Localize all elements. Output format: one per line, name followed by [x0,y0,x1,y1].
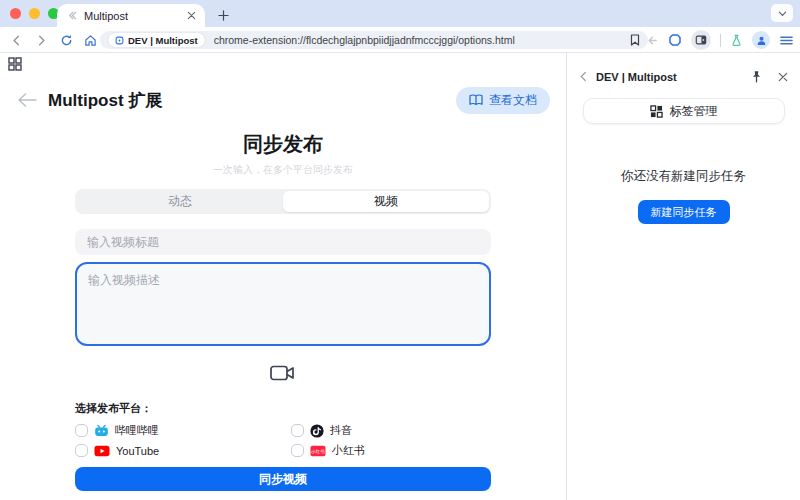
browser-side-panel: DEV | Multipost 标签管理 你还没有新建同步任务 新建同步任务 [566,53,800,500]
tab-dynamic[interactable]: 动态 [77,191,283,212]
new-tab-button[interactable] [213,5,233,25]
video-upload-area[interactable] [75,356,491,390]
youtube-icon [94,445,110,457]
reload-button[interactable] [56,27,76,53]
bilibili-icon [94,424,109,438]
floating-grid-icon[interactable] [8,57,22,75]
empty-tasks-text: 你还没有新建同步任务 [621,168,746,185]
browser-tab[interactable]: Multipost [57,4,205,27]
svg-text:小红书: 小红书 [311,448,325,453]
tab-close-icon[interactable] [187,11,196,20]
browser-window: Multipost D [0,0,800,500]
site-info-chip[interactable]: DEV | Multipost [108,33,205,47]
platform-name: YouTube [116,445,159,457]
platform-name: 抖音 [330,423,352,438]
menu-icon[interactable] [779,34,794,47]
platform-item-youtube: YouTube [75,443,291,458]
platforms-label: 选择发布平台： [75,401,491,416]
bookmark-icon[interactable] [630,34,640,46]
extension-badge-icon [115,36,124,45]
new-sync-task-button[interactable]: 新建同步任务 [638,200,730,224]
window-controls [10,8,59,19]
content-type-tabs: 动态 视频 [75,189,491,214]
video-title-input[interactable] [75,229,491,255]
douyin-icon [310,424,324,438]
side-panel-toggle-icon[interactable] [691,30,711,50]
pin-icon[interactable] [751,70,762,83]
profile-avatar[interactable] [752,31,770,49]
side-panel-back-icon[interactable] [646,34,659,47]
grid-icon [650,105,663,118]
page-back-button[interactable] [16,91,38,109]
toolbar-divider [720,34,721,47]
side-panel-close-icon[interactable] [778,72,788,82]
xiaohongshu-checkbox[interactable] [291,444,304,457]
page-title: Multipost 扩展 [48,89,162,112]
url-text[interactable]: chrome-extension://flcdechglajpnbpiidjja… [214,34,515,46]
platform-item-bilibili: 哔哩哔哩 [75,423,291,438]
sync-video-button[interactable]: 同步视频 [75,467,491,491]
tab-favicon-icon [66,10,77,21]
side-panel-title: DEV | Multipost [596,71,677,83]
window-close-button[interactable] [10,8,21,19]
tab-video[interactable]: 视频 [283,191,489,212]
section-title: 同步发布 [75,131,491,158]
platform-name: 哔哩哔哩 [115,423,159,438]
back-button[interactable] [6,27,26,53]
experiments-flask-icon[interactable] [730,34,743,47]
tag-manage-button[interactable]: 标签管理 [583,98,785,124]
side-panel-collapse-icon[interactable] [579,71,588,82]
section-subtitle: 一次输入，在多个平台同步发布 [75,163,491,177]
youtube-checkbox[interactable] [75,444,88,457]
douyin-checkbox[interactable] [291,424,304,437]
extension-options-page: Multipost 扩展 查看文档 同步发布 一次输入，在多个平台同步发布 动态… [0,53,566,500]
tab-search-chevron-button[interactable] [771,4,793,22]
window-minimize-button[interactable] [29,8,40,19]
tab-strip: Multipost [0,0,800,27]
extension-pin-icon[interactable] [668,33,682,47]
tag-manage-label: 标签管理 [670,103,718,120]
platform-name: 小红书 [332,443,365,458]
tab-title: Multipost [84,10,128,22]
platform-item-xiaohongshu: 小红书 小红书 [291,443,491,458]
platform-list: 哔哩哔哩 抖音 YouTube [75,423,491,458]
platform-item-douyin: 抖音 [291,423,491,438]
address-bar[interactable]: DEV | Multipost chrome-extension://flcde… [100,31,648,49]
video-description-textarea[interactable] [75,262,491,346]
home-button[interactable] [80,27,100,53]
video-camera-icon [269,363,297,383]
forward-button[interactable] [31,27,51,53]
view-docs-button[interactable]: 查看文档 [456,87,550,114]
browser-toolbar: DEV | Multipost chrome-extension://flcde… [0,27,800,53]
bilibili-checkbox[interactable] [75,424,88,437]
view-docs-label: 查看文档 [489,92,537,109]
xiaohongshu-icon: 小红书 [310,445,326,457]
site-chip-label: DEV | Multipost [128,35,198,46]
book-icon [469,94,483,106]
